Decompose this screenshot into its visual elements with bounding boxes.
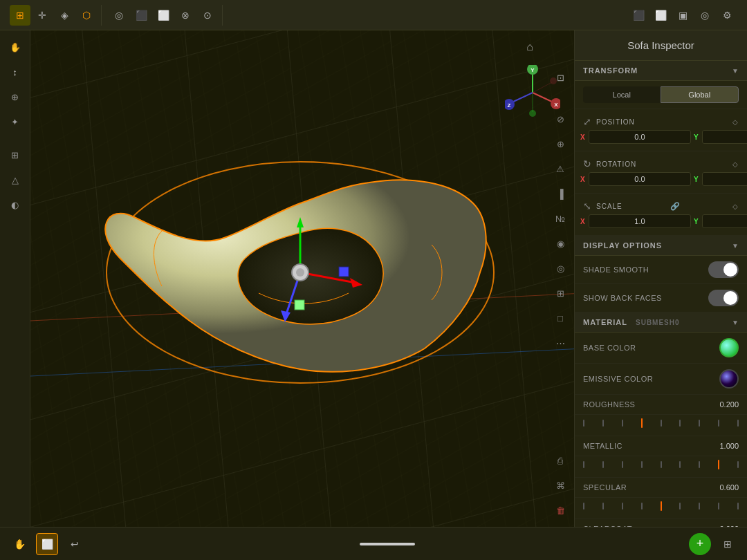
metallic-slider[interactable] — [583, 458, 739, 472]
grid-vp-btn[interactable]: ⊕ — [549, 133, 571, 155]
tick — [641, 461, 643, 468]
pos-x-label: X — [580, 133, 587, 141]
cube2-btn[interactable]: ⬜ — [153, 5, 174, 26]
sphere-vp-btn[interactable]: ◉ — [549, 232, 571, 254]
roughness-slider[interactable] — [583, 416, 739, 430]
shade-smooth-toggle[interactable] — [708, 261, 739, 278]
rot-y-input[interactable] — [702, 172, 747, 186]
transform-section-header[interactable]: TRANSFORM ▼ — [575, 61, 747, 81]
rotation-icon: ↻ — [583, 158, 592, 169]
rotation-section: ↻ ROTATION ◇ X Y Z — [575, 151, 747, 194]
panel-title: Sofa Inspector — [575, 30, 747, 61]
top-toolbar: ⊞ ✛ ◈ ⬡ ◎ ⬛ ⬜ ⊗ ⊙ ⬛ ⬜ ▣ ◎ ⚙ — [0, 0, 747, 30]
square-vp-btn[interactable]: □ — [549, 307, 571, 329]
pos-y-label: Y — [694, 133, 701, 141]
tick — [718, 503, 719, 510]
box-select-btn[interactable]: ⬜ — [36, 533, 58, 555]
show-back-faces-toggle[interactable] — [708, 290, 739, 306]
svg-line-22 — [510, 93, 533, 103]
cursor-tool-btn[interactable]: ✛ — [32, 5, 53, 26]
add-btn[interactable]: + — [689, 533, 711, 555]
display-section-header[interactable]: DISPLAY OPTIONS ▼ — [575, 236, 747, 256]
roughness-row: ROUGHNESS 0.200 — [575, 395, 747, 415]
persp-view-btn[interactable]: ◎ — [694, 5, 715, 26]
rotation-label-row: ↻ ROTATION ◇ — [580, 156, 741, 172]
cube-btn[interactable]: ⬛ — [131, 5, 151, 26]
scale-x-input[interactable] — [589, 214, 691, 228]
clearcoat-row: CLEARCOAT 0.000 — [575, 519, 747, 527]
mirror2-btn[interactable]: △ — [4, 169, 26, 191]
shade-smooth-row: SHADE SMOOTH — [575, 256, 747, 284]
snap-btn[interactable]: ⊞ — [4, 144, 26, 166]
material-section-header[interactable]: MATERIAL SUBMESH0 ▼ — [575, 312, 747, 333]
first-aid-btn[interactable]: ⊞ — [549, 282, 571, 304]
scroll-indicator-container — [91, 543, 683, 545]
hand-bottom-btn[interactable]: ✋ — [8, 533, 30, 555]
rotate-tool-btn[interactable]: ◈ — [54, 5, 75, 26]
tick — [737, 420, 739, 427]
global-btn[interactable]: Global — [661, 86, 739, 103]
cmd-btn[interactable]: ⌘ — [549, 474, 571, 496]
tick — [622, 461, 623, 468]
roughness-value: 0.200 — [719, 400, 739, 409]
rot-x-input[interactable] — [589, 172, 691, 186]
warn-vp-btn[interactable]: ⚠ — [549, 158, 571, 180]
hex-tool-btn[interactable]: ⬡ — [76, 5, 97, 26]
trash-btn[interactable]: 🗑 — [549, 499, 571, 521]
pos-y-input[interactable] — [702, 130, 747, 144]
move-tool-btn[interactable]: ↕ — [4, 61, 26, 83]
svg-text:Z: Z — [508, 102, 511, 109]
scale-xyz-row: X Y Z — [580, 214, 741, 228]
dots-vp-btn[interactable]: ⋯ — [549, 332, 571, 354]
toolbar-group-view: ⬛ ⬜ ▣ ◎ ⚙ — [624, 5, 741, 26]
tick — [699, 503, 700, 510]
snap-vp-btn[interactable]: ⊘ — [549, 108, 571, 130]
circle-btn[interactable]: ⊙ — [197, 5, 218, 26]
node-tool-btn[interactable]: ✦ — [4, 111, 26, 133]
tick — [737, 461, 739, 468]
home-btn[interactable]: ⌂ — [519, 36, 541, 58]
tick — [718, 420, 719, 427]
scale-y-input[interactable] — [702, 214, 747, 228]
grid-tool-btn[interactable]: ⊞ — [10, 5, 30, 26]
tick-highlight — [661, 501, 662, 511]
scale-label-row: ⤡ SCALE 🔗 ◇ — [580, 198, 741, 214]
front-view-btn[interactable]: ⬛ — [628, 5, 649, 26]
show-back-faces-label: SHOW BACK FACES — [583, 294, 662, 302]
scale-diamond: ◇ — [732, 203, 739, 210]
num-vp-btn[interactable]: № — [549, 207, 571, 230]
pos-x-input[interactable] — [589, 130, 691, 144]
pivot-btn[interactable]: ◎ — [109, 5, 129, 26]
mat-vp-btn[interactable]: ◎ — [549, 257, 571, 279]
base-color-label: BASE COLOR — [583, 344, 636, 352]
metallic-value: 1.000 — [719, 442, 739, 450]
rotate-tool-btn2[interactable]: ⊕ — [4, 86, 26, 108]
hand-tool-btn[interactable]: ✋ — [4, 36, 26, 58]
top-view-btn[interactable]: ⬜ — [650, 5, 671, 26]
undo-btn[interactable]: ↩ — [64, 533, 86, 555]
tick — [622, 420, 623, 427]
base-color-swatch[interactable] — [719, 338, 739, 357]
emissive-color-swatch[interactable] — [719, 369, 739, 389]
tick — [641, 503, 643, 510]
settings-btn[interactable]: ⚙ — [717, 5, 737, 26]
panel-scroll[interactable]: TRANSFORM ▼ Local Global ⤢ POSITION ◇ X — [575, 61, 747, 527]
position-diamond: ◇ — [732, 118, 739, 126]
panel-vp-btn[interactable]: ▐ — [549, 183, 571, 205]
shade-smooth-label: SHADE SMOOTH — [583, 265, 649, 274]
grid-layout-btn[interactable]: ⊞ — [717, 533, 739, 555]
specular-slider[interactable] — [583, 499, 739, 513]
viewport[interactable]: Y X Z ⌂ ⊡ ⊘ ⊕ — [30, 30, 574, 527]
side-view-btn[interactable]: ▣ — [672, 5, 693, 26]
position-y-field: Y — [694, 130, 747, 144]
share-btn[interactable]: ⎙ — [549, 449, 571, 472]
tick-highlight — [641, 418, 643, 428]
position-xyz-row: X Y Z — [580, 130, 741, 144]
paint-btn[interactable]: ◐ — [4, 194, 26, 216]
local-btn[interactable]: Local — [583, 86, 661, 103]
position-section: ⤢ POSITION ◇ X Y Z — [575, 109, 747, 151]
rotation-diamond: ◇ — [732, 160, 739, 168]
mirror-btn[interactable]: ⊗ — [175, 5, 196, 26]
tick — [737, 503, 739, 510]
emissive-color-label: EMISSIVE COLOR — [583, 375, 653, 383]
